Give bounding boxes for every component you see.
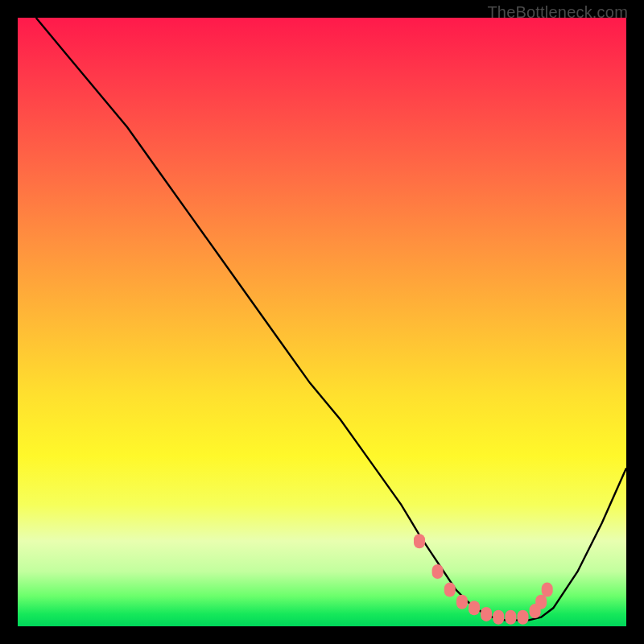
highlight-dot — [535, 595, 547, 609]
highlight-dot — [481, 607, 492, 621]
highlight-dot — [414, 534, 425, 548]
highlight-dot — [444, 583, 456, 597]
highlight-dot — [518, 610, 529, 625]
highlight-dots-group — [414, 534, 553, 625]
highlight-dot — [505, 610, 516, 625]
chart-frame: TheBottleneck.com — [0, 0, 644, 644]
plot-area — [18, 18, 626, 626]
highlight-dot — [493, 610, 504, 625]
bottleneck-curve — [36, 18, 626, 620]
highlight-dot — [542, 583, 553, 597]
highlight-dot — [456, 595, 468, 609]
highlight-dot — [432, 564, 444, 579]
watermark-text: TheBottleneck.com — [487, 3, 628, 22]
highlight-dot — [469, 601, 480, 615]
chart-svg — [18, 18, 626, 626]
